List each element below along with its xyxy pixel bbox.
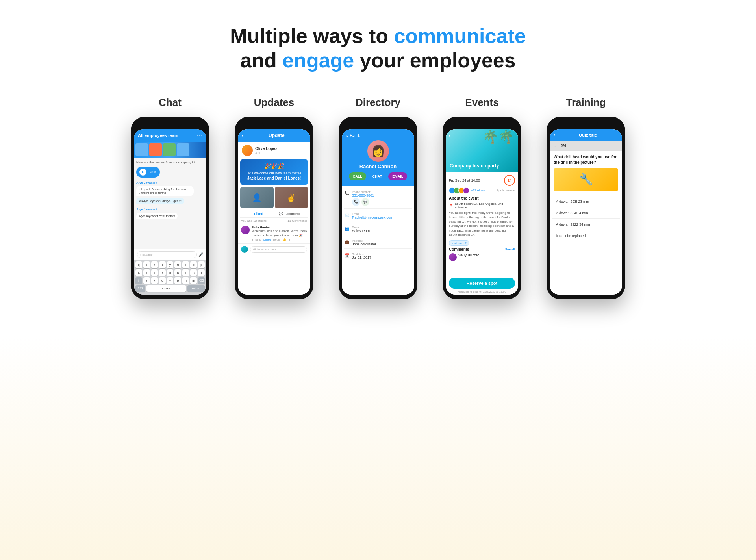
kb-backspace[interactable]: ⌫ (198, 277, 205, 284)
updates-back-icon[interactable]: ‹ (242, 132, 244, 139)
chat-msg1: all good! I'm searching for the new unif… (136, 186, 194, 196)
update-comment-row: Sally Hunter Welcome Jack and Daniel!! W… (238, 224, 310, 243)
training-option-1[interactable]: A dewalt 293f 23 mm (552, 197, 620, 207)
training-back-button[interactable]: ‹ (554, 132, 555, 138)
updates-phone-frame: ‹ Update Olive Lopez 3 hr (235, 117, 313, 299)
directory-screen: < Back 👩 Rachel Cannon CALL CHAT EMAIL (342, 129, 414, 295)
events-location-text: South beach LA, Los Angeles, 2nd entranc… (455, 202, 515, 209)
directory-phone-frame: < Back 👩 Rachel Cannon CALL CHAT EMAIL (339, 117, 417, 299)
kb-e[interactable]: e (143, 261, 150, 268)
kb-x[interactable]: x (151, 277, 158, 284)
update-comment-button[interactable]: 💬 Comment (274, 212, 305, 216)
write-comment-input[interactable]: Write a comment (250, 246, 307, 253)
directory-email-button[interactable]: EMAIL (388, 172, 407, 180)
kb-123[interactable]: 123 (135, 285, 145, 292)
kb-k[interactable]: k (190, 269, 197, 276)
chat-header: All employees team ··· (134, 129, 206, 142)
kb-o[interactable]: o (190, 261, 197, 268)
kb-v[interactable]: v (167, 277, 174, 284)
directory-back-button[interactable]: < Back (346, 133, 410, 139)
update-poster-name: Olive Lopez (255, 146, 277, 151)
events-comments-section: Comments See all (449, 247, 515, 252)
updates-phone-notch (262, 121, 286, 127)
directory-header: < Back 👩 Rachel Cannon CALL CHAT EMAIL (342, 129, 414, 186)
events-read-more-button[interactable]: read more ▾ (449, 240, 469, 246)
kb-y[interactable]: y (167, 261, 174, 268)
kb-f[interactable]: f (159, 269, 166, 276)
comment-icon: 💬 (279, 212, 283, 216)
training-question-text: What drill head would you use for the dr… (554, 154, 618, 165)
training-option-4[interactable]: it can't be replaced (552, 231, 620, 241)
kb-b[interactable]: b (174, 277, 181, 284)
dir-phone-label: Phone number: (352, 191, 412, 193)
kb-n[interactable]: n (182, 277, 189, 284)
dir-email-content: Email: Rachel@mycompany.com (352, 213, 412, 219)
kb-u[interactable]: u (174, 261, 181, 268)
dir-call-icon-btn[interactable]: 📞 (352, 198, 360, 206)
chat-audio-time: 03:26 (150, 171, 157, 173)
events-back-button[interactable]: ‹ (449, 132, 451, 139)
dir-email-value: Rachel@mycompany.com (352, 215, 412, 219)
directory-label: Directory (356, 96, 400, 109)
training-prev-button[interactable]: ← (554, 143, 558, 149)
events-description: You heard right! this friday we're all g… (449, 211, 515, 237)
dir-phone-content: Phone number: 331-880-9801 📞 💬 (352, 191, 412, 206)
update-banner-names: Jack Lace and Daniel Lones! (247, 176, 301, 180)
events-commenter-avatar (449, 253, 457, 261)
update-poster-avatar (242, 145, 253, 156)
chat-mic-icon[interactable]: 🎤 (198, 252, 203, 257)
training-screen: ‹ Quiz title ← 2/4 What drill head would… (550, 129, 622, 295)
chat-phone-notch (158, 121, 182, 127)
kb-s[interactable]: s (143, 269, 150, 276)
kb-row-3: ⇧ z x c v b n m ⌫ (135, 277, 205, 284)
training-option-2[interactable]: A dewalt 3242 4 mm (552, 208, 620, 219)
kb-l[interactable]: l (198, 269, 205, 276)
kb-shift[interactable]: ⇧ (135, 277, 142, 284)
kb-j[interactable]: j (182, 269, 189, 276)
directory-phone-notch (366, 121, 390, 127)
dir-phone-value: 331-880-9801 (352, 193, 412, 197)
dir-email-row: ✉️ Email: Rachel@mycompany.com (344, 210, 412, 222)
headline-line1-start: Multiple ways to (230, 24, 394, 47)
dir-position-row: 💼 Position: Jobs cordinator (344, 237, 412, 249)
kb-q[interactable]: q (135, 261, 142, 268)
comment-reply-btn[interactable]: Reply (273, 238, 280, 241)
directory-call-button[interactable]: CALL (349, 172, 366, 180)
write-comment-bar: Write a comment (238, 243, 310, 255)
page-wrapper: Multiple ways to communicate and engage … (0, 0, 756, 560)
updates-header: ‹ Update (238, 129, 310, 142)
kb-h[interactable]: h (174, 269, 181, 276)
chat-thumb-4 (177, 143, 189, 156)
startdate-icon: 📅 (344, 253, 350, 258)
kb-d[interactable]: d (151, 269, 158, 276)
kb-m[interactable]: m (190, 277, 197, 284)
update-like-button[interactable]: Liked (243, 212, 274, 216)
chat-thumb-2 (149, 143, 162, 156)
dir-startdate-content: Start date: Jul 21, 2017 (352, 253, 412, 260)
chat-audio-bubble[interactable]: ▶ 03:26 (136, 167, 160, 178)
chat-reply: @Aiye Jayavant did you get it? (136, 198, 184, 204)
kb-i[interactable]: i (182, 261, 189, 268)
kb-a[interactable]: a (135, 269, 142, 276)
kb-space[interactable]: space (146, 285, 186, 292)
directory-chat-button[interactable]: CHAT (369, 172, 386, 180)
kb-return[interactable]: return (187, 285, 205, 292)
kb-c[interactable]: c (159, 277, 166, 284)
dir-whatsapp-icon-btn[interactable]: 💬 (361, 198, 369, 206)
events-reserve-button[interactable]: Reserve a spot (449, 278, 515, 289)
update-banner-text: Let's welcome our new team mates: Jack L… (244, 171, 304, 182)
training-phone-screen: ‹ Quiz title ← 2/4 What drill head would… (550, 129, 622, 295)
chat-input[interactable]: message (137, 251, 197, 258)
chat-play-button[interactable]: ▶ (139, 169, 146, 176)
kb-t[interactable]: t (159, 261, 166, 268)
kb-g[interactable]: g (167, 269, 174, 276)
events-see-all-button[interactable]: See all (505, 248, 515, 251)
chat-header-menu[interactable]: ··· (196, 132, 202, 139)
training-option-3[interactable]: A dewalt 2222 34 mm (552, 219, 620, 230)
kb-z[interactable]: z (143, 277, 150, 284)
kb-p[interactable]: p (198, 261, 205, 268)
comment-unlike-btn[interactable]: Unlike (263, 238, 271, 241)
chat-keyboard: q e r t y u i o p a (134, 260, 206, 295)
dir-team-label: Team: (352, 226, 412, 229)
kb-r[interactable]: r (151, 261, 158, 268)
